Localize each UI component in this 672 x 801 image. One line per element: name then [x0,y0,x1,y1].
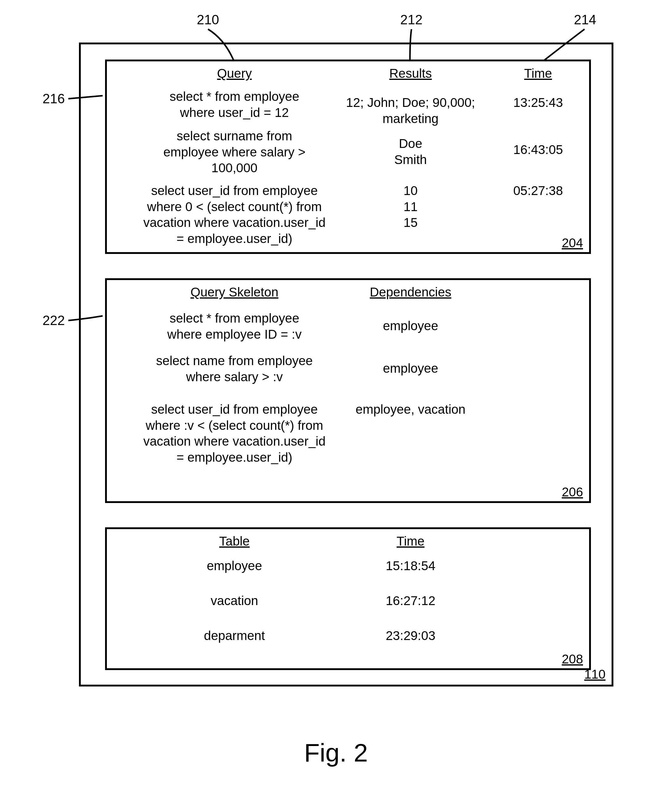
box-208: 208 Table Time employee 15:18:54 vacatio… [105,527,591,670]
table-name-cell: vacation [211,593,258,609]
outer-box-110: 110 204 Query Results Time select * from… [79,42,613,687]
table-name-cell: employee [207,558,262,574]
time-cell: 13:25:43 [513,95,563,111]
figure-caption: Fig. 2 [304,738,368,767]
header-time: Time [524,66,552,81]
table-name-cell: deparment [204,628,265,644]
skeleton-cell: select user_id from employee where :v < … [143,402,326,465]
box-206: 206 Query Skeleton Dependencies select *… [105,278,591,503]
header-query: Query [217,66,252,81]
callout-216: 216 [42,91,65,106]
skeleton-cell: select name from employee where salary >… [156,353,313,385]
refnum-206: 206 [562,485,583,499]
figure-page: 210 212 214 216 222 110 204 Query Result… [0,0,672,801]
query-cell: select user_id from employee where 0 < (… [143,183,326,247]
header-skeleton: Query Skeleton [190,285,278,299]
header-dependencies: Dependencies [370,285,452,299]
table-time-cell: 23:29:03 [386,628,436,644]
time-cell: 05:27:38 [513,183,563,199]
refnum-208: 208 [562,652,583,666]
table-time-cell: 16:27:12 [386,593,436,609]
callout-212: 212 [400,12,423,27]
table-time-cell: 15:18:54 [386,558,436,574]
time-cell: 16:43:05 [513,142,563,158]
query-cell: select * from employee where user_id = 1… [169,89,299,121]
deps-cell: employee, vacation [355,402,466,418]
query-cell: select surname from employee where salar… [163,128,305,176]
box-204: 204 Query Results Time select * from emp… [105,60,591,254]
results-cell: Doe Smith [394,136,427,168]
header-table: Table [219,534,249,548]
callout-222: 222 [42,313,65,328]
skeleton-cell: select * from employee where employee ID… [167,310,302,342]
header-table-time: Time [397,534,424,548]
callout-210: 210 [197,12,219,27]
header-results: Results [389,66,432,81]
deps-cell: employee [383,318,438,334]
callout-214: 214 [574,12,596,27]
deps-cell: employee [383,360,438,376]
results-cell: 12; John; Doe; 90,000; marketing [321,95,500,127]
refnum-204: 204 [562,236,583,250]
results-cell: 10 11 15 [404,183,418,231]
